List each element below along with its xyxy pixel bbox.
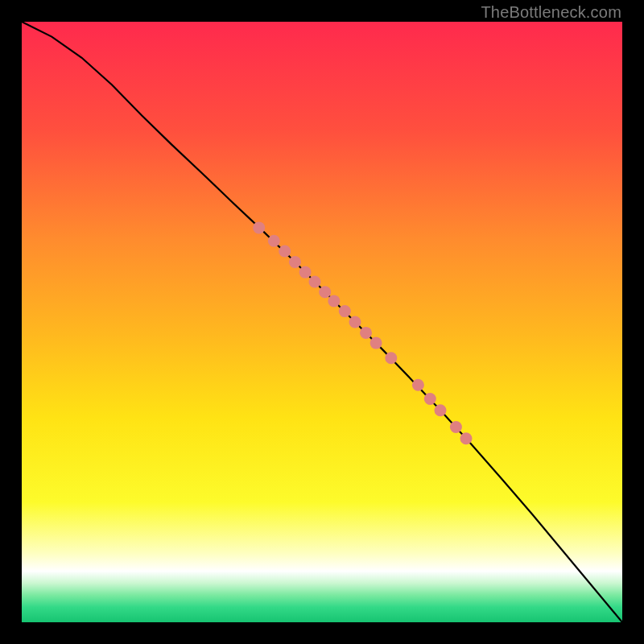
data-point — [435, 404, 447, 416]
data-point — [424, 393, 436, 405]
data-point — [299, 266, 312, 279]
data-point — [385, 352, 397, 364]
watermark-text: TheBottleneck.com — [481, 3, 621, 22]
chart-svg — [22, 22, 622, 622]
data-point — [279, 246, 291, 258]
data-point — [309, 276, 321, 288]
data-point — [412, 379, 424, 391]
data-point — [450, 421, 462, 433]
data-point — [339, 305, 351, 317]
data-point — [319, 286, 331, 298]
data-point — [349, 316, 361, 328]
highlighted-points-group — [253, 221, 472, 444]
data-point — [460, 432, 473, 444]
data-point — [268, 235, 280, 247]
chart-frame: TheBottleneck.com — [0, 0, 644, 644]
data-point — [253, 221, 265, 233]
bottleneck-curve — [22, 22, 622, 622]
data-point — [328, 295, 340, 307]
data-point — [289, 256, 301, 268]
data-point — [370, 337, 382, 349]
data-point — [360, 327, 372, 339]
plot-area — [22, 22, 622, 622]
